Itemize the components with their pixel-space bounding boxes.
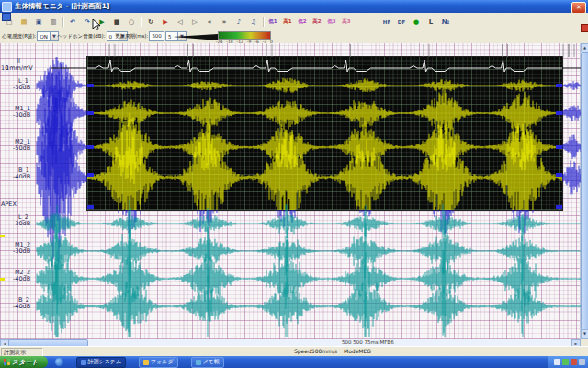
sweep-info-text: 500 500 75ms MFB6 [342, 339, 394, 345]
app-icon [2, 2, 12, 12]
toolbar-spacer [354, 17, 379, 28]
task-button-label: フォルダ [151, 358, 174, 366]
task-button-monitor[interactable]: 計測システム [76, 357, 127, 368]
headphone-volume-label: ヘッドホン音量(dB): [57, 33, 106, 40]
task-button-label: メモ帳 [203, 358, 220, 366]
event-mark-icon[interactable]: ♪ [232, 16, 246, 29]
tray-status-icon[interactable] [579, 359, 585, 365]
record-stop-badge[interactable] [581, 24, 588, 32]
desktop: 生体情報モニタ - [計測画面1] ✕ ▢▤▣▥↶↷▶■○↻▶◁▷«»♪♫低1高… [0, 0, 588, 368]
level-meter-gradient [218, 31, 271, 40]
ecg-sensitivity-group: 心電感度(R波): ON ▼ [2, 31, 59, 41]
waveform-canvas [0, 43, 581, 339]
ecg-sensitivity-combo[interactable]: ON ▼ [37, 31, 58, 41]
channel-label: -40dB [13, 304, 30, 310]
panel-edge-marker [87, 145, 94, 149]
toolbar-separator [139, 17, 143, 28]
open-file-icon[interactable]: ▤ [17, 16, 31, 29]
step-forward-icon[interactable]: ▷ [188, 16, 202, 29]
mouse-cursor [92, 18, 103, 31]
task-button-folder[interactable]: フォルダ [139, 357, 178, 368]
df-button[interactable]: DF [395, 16, 409, 29]
trace-B_1-selected [37, 98, 581, 262]
panel-edge-marker [556, 84, 562, 87]
channel-label: -30dB [13, 221, 30, 227]
channel-label: -30dB [13, 248, 30, 255]
fast-back-icon[interactable]: « [203, 16, 217, 29]
layout-button[interactable]: L [424, 16, 438, 29]
channel-label: -40dB [13, 276, 30, 282]
new-file-icon[interactable]: ▢ [3, 16, 17, 29]
panel-edge-marker [87, 205, 94, 209]
fast-forward-icon[interactable]: » [218, 16, 232, 29]
status-speed-text: Speed500mm/s [292, 348, 340, 355]
filter-high1-icon[interactable]: 高1 [281, 16, 295, 29]
hf-button[interactable]: HF [380, 16, 394, 29]
stop-icon[interactable]: ■ [110, 16, 124, 29]
toolbar-separator [61, 17, 65, 28]
tray-network-icon[interactable] [562, 359, 569, 365]
waveform-viewport[interactable]: 10II1mm/mVL_1-30dBM1_1-30dBM2_1-50dBB_1-… [0, 43, 581, 339]
ecg-sensitivity-value: ON [38, 34, 49, 40]
start-button[interactable]: スタート [0, 356, 48, 368]
panel-edge-marker [556, 173, 562, 177]
taskbar: スタート 計測システムフォルダメモ帳 [0, 356, 588, 368]
close-button[interactable]: ✕ [571, 2, 586, 14]
task-button-label: 計測システム [88, 358, 122, 366]
toolbar-icons: ▢▤▣▥↶↷▶■○↻▶◁▷«»♪♫低1高1低2高2低3高3HFDF●L№ [2, 16, 453, 28]
refresh-period-field[interactable]: 500 [149, 31, 164, 41]
ecg-sensitivity-label: 心電感度(R波): [2, 33, 36, 40]
step-back-icon[interactable]: ◁ [174, 16, 187, 29]
channel-label: -30dB [13, 112, 30, 119]
panel-edge-marker [87, 111, 94, 115]
channel-label: APEX [1, 201, 17, 208]
record-indicator-icon[interactable]: ● [410, 16, 424, 29]
tray-volume-icon[interactable] [554, 359, 560, 365]
rewind-icon[interactable]: ↻ [144, 16, 158, 29]
start-button-label: スタート [12, 358, 39, 367]
panel-edge-marker [87, 173, 94, 177]
task-button-notepad[interactable]: メモ帳 [191, 357, 224, 368]
status-mode-text: ModeMEG [342, 348, 379, 355]
event-marker [0, 278, 5, 281]
tray-ime-icon[interactable] [571, 359, 577, 365]
panel-edge-marker [556, 145, 562, 149]
refresh-period-label: 更新周期(ms): [115, 33, 148, 40]
vertical-scrollbar[interactable]: ▲ ▼ [580, 43, 588, 339]
filter-low3-icon[interactable]: 低3 [325, 16, 339, 29]
review-icon[interactable]: ↶ [66, 16, 80, 29]
window-title: 生体情報モニタ - [計測画面1] [15, 2, 109, 11]
panel-edge-marker [556, 111, 562, 115]
zoom-icon[interactable]: ○ [125, 16, 139, 29]
filter-high3-icon[interactable]: 高3 [340, 16, 354, 29]
trace-B_2 [37, 261, 581, 337]
trace-L_1-selected [37, 57, 581, 114]
task-button-icon [81, 360, 86, 365]
system-tray [548, 356, 588, 368]
task-button-icon [196, 360, 201, 365]
channel-label: 1mm/mV [6, 65, 33, 72]
scroll-up-icon[interactable]: ▲ [581, 43, 588, 52]
channel-label: II [17, 58, 20, 64]
channel-label: -30dB [13, 85, 30, 91]
event-marker [0, 235, 5, 237]
channel-label: -50dB [13, 145, 30, 152]
filter-low1-icon[interactable]: 低1 [266, 16, 280, 29]
trace-M2_2 [37, 224, 581, 333]
scroll-down-icon[interactable]: ▼ [581, 329, 588, 339]
channel-label: -40dB [13, 174, 30, 180]
quick-launch-browser-icon[interactable] [55, 358, 63, 366]
print-icon[interactable]: ▥ [47, 16, 61, 29]
trace-ecg-selected [51, 60, 581, 72]
filter-low2-icon[interactable]: 低2 [296, 16, 310, 29]
filter-high2-icon[interactable]: 高2 [311, 16, 324, 29]
save-icon[interactable]: ▣ [32, 16, 46, 29]
speed-slider[interactable] [173, 34, 218, 40]
help-icon[interactable]: № [439, 16, 453, 29]
vertical-scroll-thumb[interactable] [581, 52, 588, 330]
title-bar[interactable]: 生体情報モニタ - [計測画面1] ✕ [0, 0, 588, 13]
panel-edge-marker [556, 205, 562, 209]
toolbar-controls: 心電感度(R波): ON ▼ ヘッドホン音量(dB): 0 ▼ 更新周期(ms)… [0, 29, 588, 43]
play-red-icon[interactable]: ▶ [159, 16, 173, 29]
event-list-icon[interactable]: ♫ [247, 16, 261, 29]
